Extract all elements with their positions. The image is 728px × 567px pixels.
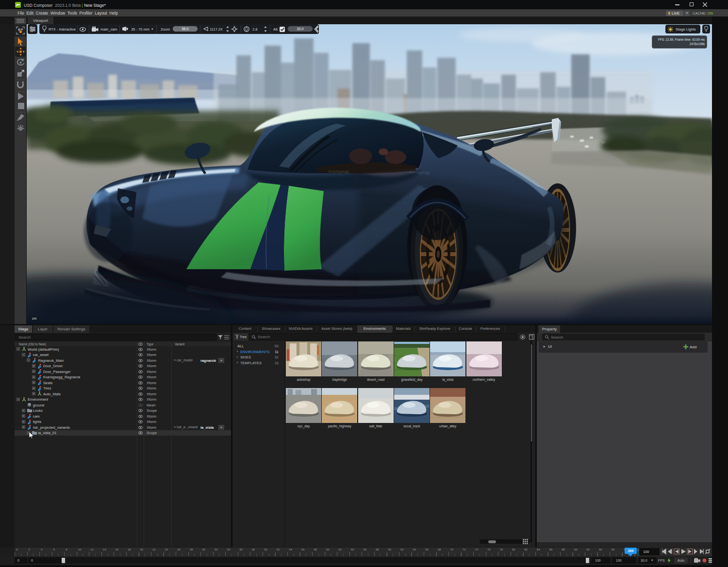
- svg-text:Koenigsegg: Koenigsegg: [409, 170, 430, 175]
- svg-text:Koenigsegg: Koenigsegg: [329, 169, 349, 174]
